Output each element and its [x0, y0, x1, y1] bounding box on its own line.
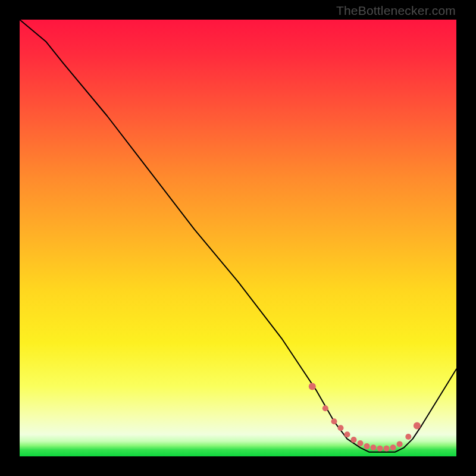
highlight-dot: [351, 437, 357, 443]
highlight-dot: [397, 441, 403, 447]
highlight-dot: [309, 383, 316, 390]
highlight-dots: [309, 383, 421, 452]
highlight-dot: [390, 444, 396, 450]
highlight-dot: [384, 446, 390, 452]
highlight-dot: [371, 444, 377, 450]
highlight-dot: [358, 440, 364, 446]
highlight-dot: [405, 434, 411, 440]
highlight-dot: [322, 405, 328, 411]
highlight-dot: [414, 422, 421, 430]
plot-area: [20, 20, 456, 456]
highlight-dot: [364, 443, 370, 449]
highlight-dot: [377, 446, 383, 452]
bottleneck-curve: [20, 20, 456, 452]
highlight-dot: [331, 418, 337, 424]
chart-frame: TheBottlenecker.com: [0, 0, 476, 476]
highlight-dot: [338, 425, 344, 431]
watermark-text: TheBottlenecker.com: [336, 4, 456, 18]
highlight-dot: [345, 431, 350, 437]
curve-svg: [20, 20, 456, 456]
